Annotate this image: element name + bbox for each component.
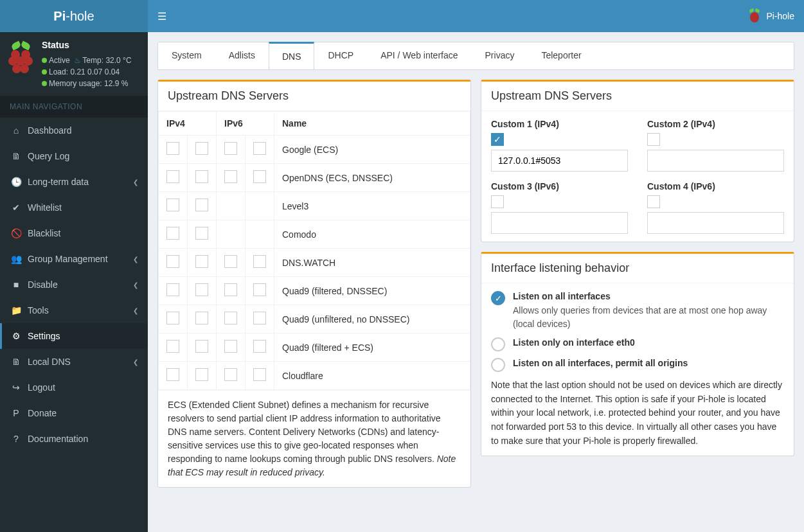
tab-adlists[interactable]: Adlists bbox=[215, 42, 269, 69]
custom4-input[interactable] bbox=[647, 212, 784, 234]
radio-option: ✓Listen on all interfacesAllows only que… bbox=[491, 291, 784, 331]
nav-label: Local DNS bbox=[28, 357, 71, 367]
dns-checkbox[interactable] bbox=[224, 170, 237, 183]
tab-dhcp[interactable]: DHCP bbox=[314, 42, 367, 69]
sidebar-item-blacklist[interactable]: 🚫Blacklist bbox=[0, 220, 148, 246]
sidebar-item-tools[interactable]: 📁Tools❮ bbox=[0, 297, 148, 323]
dns-checkbox[interactable] bbox=[253, 283, 266, 296]
dns-checkbox[interactable] bbox=[195, 283, 208, 296]
dns-checkbox[interactable] bbox=[224, 142, 237, 155]
dns-provider-name: Cloudflare bbox=[274, 362, 470, 390]
upstream-dns-table: IPv4 IPv6 Name Google (ECS)OpenDNS (ECS,… bbox=[158, 111, 470, 390]
custom3-checkbox[interactable] bbox=[491, 195, 504, 208]
dns-checkbox[interactable] bbox=[224, 368, 237, 381]
custom3-input[interactable] bbox=[491, 212, 628, 234]
radio-button[interactable] bbox=[491, 337, 505, 351]
dns-checkbox[interactable] bbox=[195, 368, 208, 381]
chevron-left-icon: ❮ bbox=[133, 359, 138, 366]
tab-api-web-interface[interactable]: API / Web interface bbox=[367, 42, 471, 69]
nav-label: Query Log bbox=[28, 151, 69, 161]
dns-checkbox[interactable] bbox=[224, 283, 237, 296]
dns-checkbox[interactable] bbox=[166, 312, 179, 324]
dns-checkbox[interactable] bbox=[166, 368, 179, 381]
dns-checkbox[interactable] bbox=[224, 255, 237, 268]
sidebar-item-dashboard[interactable]: ⌂Dashboard bbox=[0, 118, 148, 143]
table-row: Comodo bbox=[159, 220, 470, 249]
dns-provider-name: Google (ECS) bbox=[274, 136, 470, 164]
status-load: Load: 0.21 0.07 0.04 bbox=[42, 66, 132, 78]
table-row: Google (ECS) bbox=[159, 136, 470, 164]
tab-privacy[interactable]: Privacy bbox=[472, 42, 528, 69]
dns-checkbox[interactable] bbox=[166, 227, 179, 240]
sidebar-item-disable[interactable]: ■Disable❮ bbox=[0, 272, 148, 297]
dns-provider-name: Comodo bbox=[274, 220, 470, 249]
dns-checkbox[interactable] bbox=[253, 340, 266, 353]
chevron-left-icon: ❮ bbox=[133, 281, 138, 288]
radio-button[interactable] bbox=[491, 358, 505, 372]
chevron-left-icon: ❮ bbox=[133, 256, 138, 263]
sidebar-item-settings[interactable]: ⚙Settings bbox=[0, 323, 148, 349]
dns-checkbox[interactable] bbox=[195, 170, 208, 183]
tab-dns[interactable]: DNS bbox=[269, 42, 315, 69]
dns-checkbox[interactable] bbox=[253, 255, 266, 268]
topbar-user[interactable]: Pi-hole bbox=[748, 9, 794, 23]
custom1-input[interactable] bbox=[491, 150, 628, 172]
sidebar-item-group-management[interactable]: 👥Group Management❮ bbox=[0, 246, 148, 272]
brand-logo[interactable]: Pi-hole bbox=[0, 0, 148, 32]
interface-listening-title: Interface listening behavior bbox=[481, 254, 794, 283]
nav-label: Logout bbox=[28, 382, 55, 393]
raspberry-icon-small bbox=[748, 9, 761, 23]
nav-label: Documentation bbox=[28, 434, 88, 444]
status-panel: Status Active ♨Temp: 32.0 °C Load: 0.21 … bbox=[0, 32, 148, 96]
custom3-field: Custom 3 (IPv6) bbox=[491, 181, 628, 234]
dns-checkbox[interactable] bbox=[253, 170, 266, 183]
settings-tabs: SystemAdlistsDNSDHCPAPI / Web interfaceP… bbox=[157, 42, 794, 70]
sidebar-item-donate[interactable]: PDonate bbox=[0, 400, 148, 426]
dns-checkbox[interactable] bbox=[224, 312, 237, 324]
dns-checkbox[interactable] bbox=[195, 255, 208, 268]
dns-checkbox[interactable] bbox=[195, 227, 208, 240]
custom2-checkbox[interactable] bbox=[647, 133, 660, 146]
sidebar-item-local-dns[interactable]: 🗎Local DNS❮ bbox=[0, 349, 148, 375]
sidebar-item-logout[interactable]: ↪Logout bbox=[0, 375, 148, 400]
radio-description: Allows only queries from devices that ar… bbox=[513, 304, 784, 331]
dns-checkbox[interactable] bbox=[224, 340, 237, 353]
custom1-checkbox[interactable]: ✓ bbox=[491, 133, 504, 146]
tab-system[interactable]: System bbox=[158, 42, 215, 69]
dns-provider-name: DNS.WATCH bbox=[274, 249, 470, 277]
dns-checkbox[interactable] bbox=[195, 312, 208, 324]
dns-checkbox[interactable] bbox=[195, 340, 208, 353]
dns-checkbox[interactable] bbox=[195, 199, 208, 211]
sidebar-item-whitelist[interactable]: ✔Whitelist bbox=[0, 195, 148, 220]
interface-listening-box: Interface listening behavior ✓Listen on … bbox=[481, 252, 794, 456]
dns-checkbox[interactable] bbox=[166, 340, 179, 353]
nav-icon: ⌂ bbox=[10, 125, 22, 136]
dns-checkbox[interactable] bbox=[253, 142, 266, 155]
sidebar-item-documentation[interactable]: ?Documentation bbox=[0, 426, 148, 452]
tab-teleporter[interactable]: Teleporter bbox=[528, 42, 594, 69]
custom-dns-title: Upstream DNS Servers bbox=[481, 82, 794, 111]
sidebar-item-long-term-data[interactable]: 🕒Long-term data❮ bbox=[0, 169, 148, 195]
nav-label: Whitelist bbox=[28, 202, 62, 213]
table-row: DNS.WATCH bbox=[159, 249, 470, 277]
nav-label: Dashboard bbox=[28, 125, 72, 136]
dns-checkbox[interactable] bbox=[166, 283, 179, 296]
dns-checkbox[interactable] bbox=[166, 255, 179, 268]
radio-button[interactable]: ✓ bbox=[491, 291, 505, 305]
radio-option: Listen on all interfaces, permit all ori… bbox=[491, 358, 784, 372]
col-ipv6: IPv6 bbox=[217, 112, 274, 136]
custom4-checkbox[interactable] bbox=[647, 195, 660, 208]
dns-checkbox[interactable] bbox=[253, 368, 266, 381]
dns-checkbox[interactable] bbox=[166, 170, 179, 183]
nav-label: Donate bbox=[28, 408, 57, 418]
custom2-input[interactable] bbox=[647, 150, 784, 172]
sidebar-item-query-log[interactable]: 🗎Query Log bbox=[0, 143, 148, 169]
dns-checkbox[interactable] bbox=[195, 142, 208, 155]
menu-toggle-icon[interactable]: ☰ bbox=[157, 10, 166, 22]
interface-note: Note that the last option should not be … bbox=[491, 378, 784, 448]
radio-label: Listen on all interfaces bbox=[513, 291, 784, 301]
nav-icon: ? bbox=[10, 434, 22, 444]
dns-checkbox[interactable] bbox=[166, 142, 179, 155]
dns-checkbox[interactable] bbox=[253, 312, 266, 324]
dns-checkbox[interactable] bbox=[166, 199, 179, 211]
